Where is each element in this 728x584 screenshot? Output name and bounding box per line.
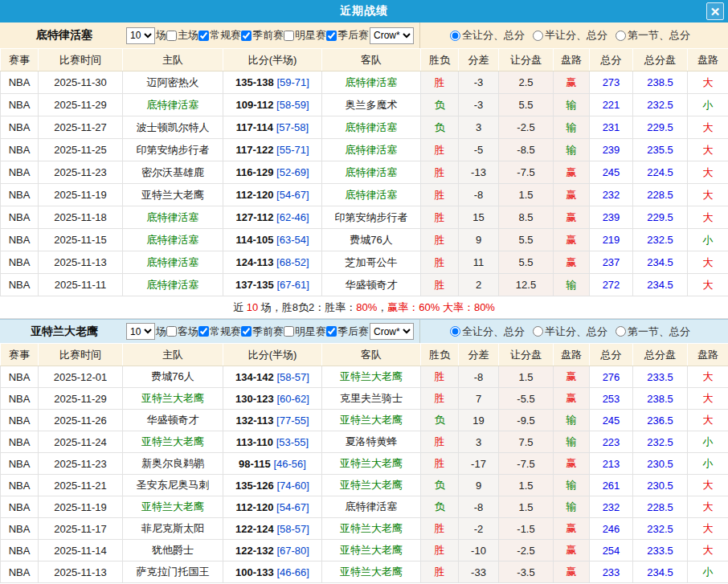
table-row: NBA2025-11-23新奥尔良鹈鹕98-115 [46-56]亚特兰大老鹰胜…: [1, 453, 728, 475]
date-cell: 2025-11-27: [39, 116, 123, 139]
away-team-cell: 芝加哥公牛: [322, 251, 421, 274]
column-header: 客队: [322, 49, 421, 71]
score-mode-radio[interactable]: [616, 31, 626, 41]
away-team-cell: 克里夫兰骑士: [322, 388, 421, 410]
games-count-select[interactable]: 10: [126, 27, 155, 44]
date-cell: 2025-11-24: [39, 431, 123, 453]
result-cell: 负: [421, 496, 459, 518]
score-mode-radio[interactable]: [533, 31, 543, 41]
score-mode-radio[interactable]: [450, 31, 460, 41]
summary-text: 10: [247, 301, 258, 313]
score-mode-option[interactable]: 全让分、总分: [450, 325, 525, 339]
filter-checkbox[interactable]: [166, 326, 177, 337]
handicap-result-cell: 输: [554, 139, 590, 161]
column-header: 总分: [590, 49, 633, 71]
summary-text: 80%: [356, 301, 377, 313]
score-mode-radio[interactable]: [450, 326, 460, 337]
league-cell: NBA: [1, 366, 39, 388]
league-cell: NBA: [1, 139, 39, 161]
handicap-cell: -9.5: [499, 410, 554, 431]
score-cell: 135-138 [59-71]: [223, 71, 322, 94]
filter-checkbox[interactable]: [241, 326, 252, 337]
table-row: NBA2025-11-21圣安东尼奥马刺135-126 [74-60]亚特兰大老…: [1, 475, 728, 496]
date-cell: 2025-11-30: [39, 71, 123, 94]
result-cell: 胜: [421, 540, 459, 562]
bookmaker-select[interactable]: Crow*: [370, 27, 414, 44]
score-mode-radio[interactable]: [616, 326, 626, 337]
filter-checkbox[interactable]: [198, 326, 209, 337]
handicap-result-cell: 赢: [554, 206, 590, 229]
handicap-result-cell: 输: [554, 410, 590, 431]
date-cell: 2025-11-14: [39, 540, 123, 562]
over-under-cell: 小: [688, 562, 728, 583]
filter-option[interactable]: 季后赛: [326, 325, 369, 339]
filter-checkbox[interactable]: [326, 31, 337, 41]
table-row: NBA2025-11-24亚特兰大老鹰113-110 [53-55]夏洛特黄蜂胜…: [1, 431, 728, 453]
home-team-cell: 菲尼克斯太阳: [123, 518, 223, 540]
point-diff-cell: 9: [459, 229, 499, 251]
total-points-cell: 231: [590, 116, 633, 139]
score-mode-option[interactable]: 第一节、总分: [616, 325, 690, 339]
score-mode-option[interactable]: 全让分、总分: [450, 28, 525, 43]
league-cell: NBA: [1, 453, 39, 475]
table-row: NBA2025-11-27波士顿凯尔特人117-114 [57-58]底特律活塞…: [1, 116, 728, 139]
over-under-cell: 大: [688, 139, 728, 161]
filter-checkbox[interactable]: [198, 31, 209, 41]
home-team-cell: 亚特兰大老鹰: [123, 496, 223, 518]
games-count-select[interactable]: 10: [126, 323, 155, 340]
filter-option[interactable]: 明星赛: [284, 325, 326, 339]
filter-option[interactable]: 常规赛: [198, 28, 241, 43]
handicap-cell: 1.5: [499, 475, 554, 496]
home-team-cell: 萨克拉门托国王: [123, 562, 223, 583]
column-header: 比赛时间: [39, 49, 123, 71]
handicap-cell: -8.5: [499, 139, 554, 161]
away-team-cell: 底特律活塞: [322, 71, 421, 94]
total-line-cell: 230.5: [633, 475, 688, 496]
filter-option[interactable]: 季前赛: [241, 325, 284, 339]
filter-checkbox[interactable]: [241, 31, 252, 41]
date-cell: 2025-11-21: [39, 475, 123, 496]
league-cell: NBA: [1, 251, 39, 274]
handicap-cell: 5.5: [499, 94, 554, 116]
filter-option[interactable]: 主场: [166, 28, 198, 43]
recent-results-dialog: 近期战绩 ✕ 底特律活塞10场主场常规赛季前赛明星赛季后赛Crow*全让分、总分…: [0, 0, 728, 583]
filter-label: 客场: [178, 325, 198, 339]
total-points-cell: 223: [590, 431, 633, 453]
filter-option[interactable]: 季后赛: [326, 28, 369, 43]
filter-option[interactable]: 客场: [166, 325, 198, 339]
filter-checkbox[interactable]: [166, 31, 177, 41]
date-cell: 2025-11-26: [39, 410, 123, 431]
score-mode-option[interactable]: 半让分、总分: [533, 325, 607, 339]
date-cell: 2025-11-18: [39, 206, 123, 229]
result-cell: 胜: [421, 206, 459, 229]
handicap-cell: 2.5: [499, 71, 554, 94]
total-points-cell: 232: [590, 496, 633, 518]
table-row: NBA2025-11-30迈阿密热火135-138 [59-71]底特律活塞胜-…: [1, 71, 728, 94]
total-line-cell: 228.5: [633, 184, 688, 206]
filter-checkbox[interactable]: [284, 326, 294, 337]
column-header: 比分(半场): [223, 344, 322, 366]
bookmaker-select[interactable]: Crow*: [370, 323, 414, 340]
score-mode-radio[interactable]: [533, 326, 543, 337]
filter-option[interactable]: 季前赛: [241, 28, 284, 43]
filter-checkbox[interactable]: [326, 326, 337, 337]
column-header: 总分盘: [633, 344, 688, 366]
score-mode-option[interactable]: 第一节、总分: [616, 28, 690, 43]
league-cell: NBA: [1, 562, 39, 583]
table-row: NBA2025-11-25印第安纳步行者117-122 [55-71]底特律活塞…: [1, 139, 728, 161]
score-cell: 116-129 [52-69]: [223, 161, 322, 184]
total-points-cell: 272: [590, 274, 633, 296]
away-team-cell: 华盛顿奇才: [322, 274, 421, 296]
close-button[interactable]: ✕: [706, 2, 724, 20]
away-team-cell: 亚特兰大老鹰: [322, 366, 421, 388]
filter-checkbox[interactable]: [284, 31, 294, 41]
score-cell: 117-122 [55-71]: [223, 139, 322, 161]
league-cell: NBA: [1, 540, 39, 562]
score-mode-option[interactable]: 半让分、总分: [533, 28, 607, 43]
away-team-cell: 底特律活塞: [322, 161, 421, 184]
point-diff-cell: 3: [459, 431, 499, 453]
table-row: NBA2025-11-19亚特兰大老鹰112-120 [54-67]底特律活塞胜…: [1, 184, 728, 206]
filter-option[interactable]: 明星赛: [284, 28, 326, 43]
filter-option[interactable]: 常规赛: [198, 325, 241, 339]
total-line-cell: 234.5: [633, 562, 688, 583]
